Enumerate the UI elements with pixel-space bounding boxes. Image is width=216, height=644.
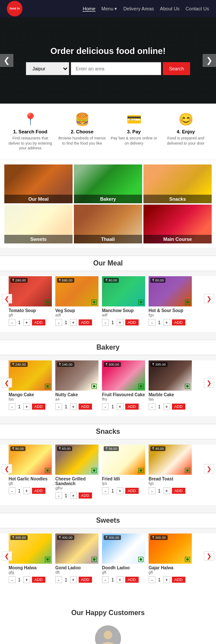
nav-home[interactable]: Home [83, 6, 95, 12]
sweets-0-sub: gfg [9, 570, 52, 575]
sweets-3-minus[interactable]: - [149, 576, 156, 583]
meal-1-add[interactable]: ADD [79, 319, 92, 325]
meal-0-price: ₹ 280.00 [10, 278, 28, 283]
snacks-3-name: Bread Toast [149, 477, 192, 481]
bakery-3-add[interactable]: ADD [172, 404, 185, 410]
bakery-1-qty: - 1 + ADD [55, 403, 98, 410]
bakery-2-add[interactable]: ADD [125, 404, 139, 410]
bakery-0-qty: - 1 + ADD [9, 403, 52, 410]
snacks-prev-button[interactable]: ❮ [2, 464, 12, 474]
snacks-1-plus[interactable]: + [70, 492, 77, 499]
bakery-0-plus[interactable]: + [23, 403, 30, 410]
bakery-1-minus[interactable]: - [55, 403, 62, 410]
meal-3-plus[interactable]: + [163, 319, 170, 326]
snacks-2-plus[interactable]: + [117, 487, 124, 494]
snacks-2-sub: tps [102, 481, 145, 486]
cat-label-sweets: Sweets [4, 235, 73, 243]
snacks-3-minus[interactable]: - [149, 487, 156, 494]
snacks-1-add[interactable]: ADD [79, 492, 92, 499]
meal-1-price: ₹ 680.00 [57, 278, 74, 283]
bakery-3-minus[interactable]: - [149, 403, 156, 410]
meal-3-add[interactable]: ADD [172, 319, 185, 325]
meal-0-minus[interactable]: - [9, 319, 16, 326]
category-snacks[interactable]: Snacks [143, 164, 212, 203]
bakery-0-add[interactable]: ADD [32, 404, 45, 410]
sweets-1-minus[interactable]: - [55, 576, 62, 583]
bakery-0-minus[interactable]: - [9, 403, 16, 410]
sweets-prev-button[interactable]: ❮ [2, 551, 12, 561]
meal-1-plus[interactable]: + [70, 319, 77, 326]
hero-next-button[interactable]: ❯ [203, 54, 216, 67]
meal-2-minus[interactable]: - [102, 319, 109, 326]
snacks-0-qty: - 1 + ADD [9, 487, 52, 494]
nav-menu[interactable]: Menu ▾ [102, 6, 118, 11]
meal-0-add[interactable]: ADD [32, 319, 45, 325]
meal-2-sub: adf [102, 313, 145, 317]
sweets-3-add[interactable]: ADD [172, 577, 185, 583]
bakery-2-name: Fruit Flavoured Cake [102, 392, 145, 397]
sweets-2-plus[interactable]: + [117, 576, 124, 583]
step-4-title: 4. Enjoy [177, 129, 195, 134]
category-sweets[interactable]: Sweets [4, 205, 73, 243]
category-main-course[interactable]: Main Course [143, 205, 212, 243]
sweets-next-button[interactable]: ❯ [204, 551, 214, 561]
bakery-2-minus[interactable]: - [102, 403, 109, 410]
snacks-2-minus[interactable]: - [102, 487, 109, 494]
snacks-0-plus[interactable]: + [23, 487, 30, 494]
customers-section: Our Happy Customers Aditi Thakur Lorem i… [0, 589, 216, 644]
step-4-desc: Food is prepared and delivered to your d… [162, 136, 210, 146]
sweets-0-minus[interactable]: - [9, 576, 16, 583]
snacks-0-name: Hot Garlic Noodles [9, 477, 52, 481]
bakery-3-sub: fas [149, 397, 192, 401]
sweets-1-add[interactable]: ADD [79, 577, 92, 583]
nav-delivery[interactable]: Delivery Areas [123, 6, 154, 11]
nav-about[interactable]: About Us [160, 6, 179, 11]
choose-icon: 🍔 [75, 112, 90, 126]
snacks-next-button[interactable]: ❯ [204, 464, 214, 474]
snacks-0-add[interactable]: ADD [32, 488, 45, 494]
sweets-1-plus[interactable]: + [70, 576, 77, 583]
our-meal-title: Our Meal [0, 256, 216, 271]
bakery-prev-button[interactable]: ❮ [2, 378, 12, 388]
meal-prev-button[interactable]: ❮ [2, 294, 12, 303]
snacks-3-plus[interactable]: + [163, 487, 170, 494]
snacks-1-minus[interactable]: - [55, 492, 62, 499]
meal-next-button[interactable]: ❯ [204, 294, 214, 303]
bakery-1-plus[interactable]: + [70, 403, 77, 410]
search-button[interactable]: Search [163, 62, 190, 75]
meal-0-plus[interactable]: + [23, 319, 30, 326]
sweets-2-qty: - 1 + ADD [102, 576, 145, 583]
sweets-3-plus[interactable]: + [163, 576, 170, 583]
hero-prev-button[interactable]: ❮ [0, 54, 13, 67]
snacks-2-qty: - 1 + ADD [102, 487, 145, 494]
step-1-title: 1. Search Food [13, 129, 48, 134]
bakery-next-button[interactable]: ❯ [204, 378, 214, 388]
location-select[interactable]: Jaipur [26, 62, 69, 75]
sweets-0-add[interactable]: ADD [32, 577, 45, 583]
meal-1-name: Veg Soup [55, 308, 98, 313]
bakery-2-sub: fhs [102, 397, 145, 401]
snacks-0-minus[interactable]: - [9, 487, 16, 494]
bakery-1-add[interactable]: ADD [79, 404, 92, 410]
category-bakery[interactable]: Bakery [74, 164, 142, 203]
meal-2-add[interactable]: ADD [125, 319, 139, 325]
snacks-2-add[interactable]: ADD [125, 488, 139, 494]
bakery-2-price: ₹ 300.00 [104, 362, 121, 367]
snacks-3-add[interactable]: ADD [172, 488, 185, 494]
sweets-2-minus[interactable]: - [102, 576, 109, 583]
meal-3-minus[interactable]: - [149, 319, 156, 326]
meal-1-minus[interactable]: - [55, 319, 62, 326]
sweets-3-price: ₹ 300.00 [150, 535, 168, 540]
category-thaali[interactable]: Thaali [74, 205, 142, 243]
bakery-3-qty: - 1 + ADD [149, 403, 192, 410]
bakery-3-plus[interactable]: + [163, 403, 170, 410]
nav-contact[interactable]: Contact Us [186, 6, 209, 11]
cat-label-thaali: Thaali [74, 235, 142, 243]
sweets-2-add[interactable]: ADD [125, 577, 139, 583]
sweets-0-plus[interactable]: + [23, 576, 30, 583]
bakery-2-plus[interactable]: + [117, 403, 124, 410]
category-our-meal[interactable]: Our Meal [4, 164, 73, 203]
area-input[interactable] [71, 62, 161, 75]
snacks-3-price: ₹ 40.00 [150, 446, 165, 451]
meal-2-plus[interactable]: + [117, 319, 124, 326]
